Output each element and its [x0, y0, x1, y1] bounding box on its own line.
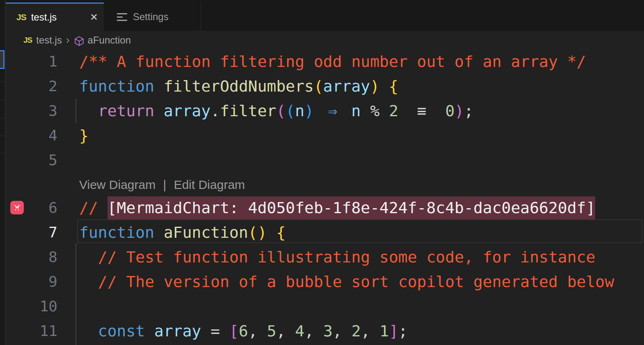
- token-punct: [79, 322, 98, 340]
- token-num: 2: [352, 322, 361, 340]
- token-punct: [436, 102, 445, 120]
- token-comment: /** A function filtering odd number out …: [79, 53, 586, 71]
- tab-settings[interactable]: Settings: [104, 2, 201, 31]
- token-num: 2: [389, 102, 398, 120]
- code-text[interactable]: /** A function filtering odd number out …: [79, 49, 586, 74]
- line-number[interactable]: 10: [6, 294, 57, 319]
- code-text[interactable]: // Test function illustrating some code,…: [79, 245, 595, 269]
- token-num: 6: [239, 322, 248, 340]
- side-panel-sliver: [0, 0, 6, 345]
- code-text[interactable]: const array = [6, 5, 4, 3, 2, 1];: [79, 319, 408, 343]
- line-number[interactable]: 9: [6, 269, 57, 294]
- token-func: aFunction: [164, 223, 248, 242]
- token-hl: [MermaidChart: 4d050feb-1f8e-424f-8c4b-d…: [107, 196, 596, 219]
- token-punct: [79, 102, 98, 120]
- js-file-icon: JS: [23, 36, 32, 45]
- code-text[interactable]: // [MermaidChart: 4d050feb-1f8e-424f-8c4…: [79, 196, 595, 220]
- side-panel-row-divider: [0, 82, 5, 82]
- code-text[interactable]: return array.filter((n) ⇒ n % 2 ≡ 0);: [79, 99, 473, 123]
- token-punct: =: [210, 322, 220, 340]
- code-line-1[interactable]: 1/** A function filtering odd number out…: [6, 49, 644, 74]
- tab-bar: JS test.js ✕ Settings: [6, 0, 644, 31]
- token-punct: [201, 322, 210, 340]
- token-keyword: const: [98, 322, 145, 340]
- mermaid-gutter-icon[interactable]: [10, 201, 24, 214]
- token-punct: [314, 102, 323, 120]
- line-number[interactable]: 11: [6, 319, 57, 343]
- line-number[interactable]: 5: [6, 148, 57, 172]
- token-punct: [379, 102, 389, 120]
- codelens-edit-diagram-link[interactable]: Edit Diagram: [174, 178, 245, 191]
- token-control: return: [98, 102, 154, 120]
- side-panel-selected-row[interactable]: [0, 50, 5, 69]
- codelens-divider: |: [163, 178, 167, 191]
- codelens-view-diagram-link[interactable]: View Diagram: [79, 178, 155, 191]
- breadcrumb-symbol[interactable]: aFunction: [88, 34, 131, 46]
- close-tab-icon[interactable]: ✕: [90, 12, 98, 22]
- code-text[interactable]: function aFunction() {: [79, 220, 285, 245]
- token-b1: {: [389, 77, 398, 95]
- token-punct: [267, 223, 276, 242]
- code-text[interactable]: function filterOddNumbers(array) {: [79, 74, 398, 99]
- token-num: 0: [445, 102, 454, 120]
- code-line-11[interactable]: 11 const array = [6, 5, 4, 3, 2, 1];: [6, 319, 644, 343]
- token-punct: [398, 102, 408, 120]
- token-comment: // The version of a bubble sort copilot …: [98, 273, 614, 291]
- token-b2: (: [276, 102, 286, 120]
- token-var: array: [154, 322, 201, 340]
- side-panel-row-divider: [0, 100, 5, 100]
- code-line-6[interactable]: 6// [MermaidChart: 4d050feb-1f8e-424f-8c…: [6, 196, 644, 220]
- line-number[interactable]: 3: [6, 99, 57, 123]
- token-arrow: ⇒: [323, 99, 342, 123]
- token-comment: // Test function illustrating some code,…: [98, 248, 596, 266]
- line-number[interactable]: 2: [6, 74, 57, 99]
- code-line-10[interactable]: 10: [6, 294, 644, 319]
- token-punct: [342, 102, 352, 120]
- codelens: View Diagram | Edit Diagram: [79, 174, 245, 196]
- token-punct: .: [210, 102, 220, 120]
- code-line-2[interactable]: 2function filterOddNumbers(array) {: [6, 74, 644, 99]
- token-punct: [145, 322, 154, 340]
- token-func: filterOddNumbers: [164, 77, 314, 95]
- chevron-right-icon: ›: [66, 34, 70, 46]
- token-b3: ): [304, 102, 314, 120]
- breadcrumb-file[interactable]: test.js: [36, 34, 62, 46]
- token-b1: (: [248, 223, 258, 242]
- token-b1: }: [79, 126, 89, 145]
- token-punct: ≡: [408, 99, 436, 123]
- editor[interactable]: View Diagram | Edit Diagram 1/** A funct…: [6, 49, 644, 345]
- tab-settings-label: Settings: [133, 11, 169, 23]
- code-text[interactable]: // The version of a bubble sort copilot …: [79, 269, 614, 294]
- mermaid-logo-icon: [12, 203, 22, 212]
- line-number[interactable]: 1: [6, 49, 57, 74]
- token-var: n: [352, 102, 361, 120]
- code-line-8[interactable]: 8 // Test function illustrating some cod…: [6, 245, 644, 269]
- token-b2: ]: [389, 322, 398, 340]
- line-number[interactable]: 8: [6, 245, 57, 269]
- token-punct: ;: [464, 102, 473, 120]
- tab-testjs[interactable]: JS test.js ✕: [6, 2, 104, 31]
- token-keyword: function: [79, 223, 154, 242]
- side-panel-row-divider: [0, 118, 5, 118]
- token-b2: ): [454, 102, 464, 120]
- code-line-7[interactable]: 7function aFunction() {: [6, 220, 644, 245]
- token-var: array: [164, 102, 210, 120]
- code-line-5[interactable]: 5: [6, 148, 644, 172]
- token-punct: [154, 102, 164, 120]
- token-punct: [154, 223, 164, 242]
- code-line-3[interactable]: 3 return array.filter((n) ⇒ n % 2 ≡ 0);: [6, 99, 644, 123]
- token-num: 5: [267, 322, 276, 340]
- settings-list-icon: [117, 13, 127, 21]
- token-b1: {: [276, 223, 286, 242]
- line-number[interactable]: 7: [6, 220, 57, 245]
- token-b1: ): [258, 223, 267, 242]
- token-num: 3: [323, 322, 333, 340]
- line-number[interactable]: 4: [6, 123, 57, 148]
- code-line-4[interactable]: 4}: [6, 123, 644, 148]
- code-text[interactable]: }: [79, 123, 89, 148]
- code-line-9[interactable]: 9 // The version of a bubble sort copilo…: [6, 269, 644, 294]
- token-keyword: function: [79, 77, 154, 95]
- token-num: 1: [379, 322, 389, 340]
- token-comment: //: [79, 199, 107, 217]
- token-punct: [220, 322, 229, 340]
